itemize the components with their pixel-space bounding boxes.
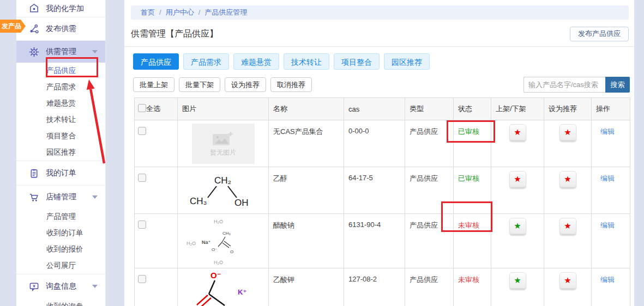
breadcrumb-item[interactable]: 用户中心 [166,8,194,16]
tab-problem-bounty[interactable]: 难题悬赏 [233,53,279,70]
product-name-cell: 乙酸钾 [269,268,344,306]
listing-toggle-button[interactable]: ★ [509,272,526,289]
molecule-ethanol: CH₃ CH₂ OH [188,172,258,207]
sidebar-item-shop-management[interactable]: 店铺管理 [16,186,105,209]
status-badge: 未审核 [458,221,479,229]
listing-cell: ★ [491,167,544,214]
page: { "ribbon": {"label": "发产品"}, "sidebar":… [0,0,644,306]
listing-cell: ★ [491,268,544,306]
cart-icon [28,192,39,203]
table-header-select-all: 全选 [135,98,178,120]
row-checkbox[interactable] [138,127,146,135]
tab-park-recommend[interactable]: 园区推荐 [384,53,430,70]
share-icon [28,23,39,34]
svg-text:O⁻: O⁻ [210,271,221,280]
chevron-down-icon [92,195,98,199]
edit-link[interactable]: 编辑 [600,127,615,136]
gear-icon [28,46,39,57]
search-button[interactable]: 搜索 [605,77,630,93]
recommend-cell: ★ [544,120,592,167]
orders-icon [28,168,39,179]
chevron-down-icon [92,50,98,53]
table-header: 名称 [269,98,344,120]
edit-link[interactable]: 编辑 [600,174,615,182]
table-row: H₂O H₂O H₂O Na⁺ CH₃ O⁻ O醋酸钠6131-90-4产品供应… [135,214,630,268]
svg-text:K⁺: K⁺ [238,288,246,296]
status-badge: 已审核 [458,174,479,182]
sidebar-item-supply-demand-management[interactable]: 供需管理 [16,41,105,63]
sidebar-subitem-received-inquiries[interactable]: 收到的询盘 [16,298,105,306]
table-header: cas [344,98,405,120]
sidebar-subitem-product-management[interactable]: 产品管理 [16,209,105,225]
sidebar-item-inquiry-info[interactable]: ¥询盘信息 [16,274,105,298]
recommend-toggle-button[interactable]: ★ [559,218,576,234]
publish-product-supply-button[interactable]: 发布产品供应 [570,27,629,41]
sidebar-subitem-product-supply[interactable]: 产品供应 [16,63,105,79]
tab-product-demand[interactable]: 产品需求 [183,53,229,70]
row-select-cell [135,167,178,214]
svg-text:CH₃: CH₃ [190,196,207,206]
select-all-checkbox[interactable] [138,104,146,112]
product-image-cell: 暂无图片 [178,120,269,167]
sidebar-subitem-tech-transfer[interactable]: 技术转让 [16,112,105,128]
listing-cell: ★ [491,214,544,268]
listing-toggle-button[interactable]: ★ [509,124,526,140]
product-status-cell: 未审核 [454,214,491,268]
tab-project-integration[interactable]: 项目整合 [334,53,380,70]
svg-text:CH₂: CH₂ [214,175,231,186]
listing-toggle-button[interactable]: ★ [509,171,526,187]
sidebar-subitem-received-quotes[interactable]: 收到的报价 [16,241,105,258]
listing-toggle-button[interactable]: ★ [509,218,526,234]
search-input[interactable] [523,77,605,93]
sidebar-subitem-problem-bounty[interactable]: 难题悬赏 [16,95,105,112]
product-name-cell: 乙醇 [269,167,344,214]
recommend-toggle-button[interactable]: ★ [559,124,576,140]
breadcrumb-separator: / [159,8,161,16]
breadcrumb-separator: / [198,8,201,16]
recommend-toggle-button[interactable]: ★ [559,272,576,289]
chevron-down-icon [92,285,98,288]
svg-text:¥: ¥ [33,284,35,289]
product-name-cell: 无CAS产品集合 [269,120,344,167]
product-cas-cell: 64-17-5 [344,167,405,214]
status-badge: 已审核 [458,127,479,136]
set-recommend-button[interactable]: 设为推荐 [225,77,266,92]
edit-link[interactable]: 编辑 [600,276,615,284]
sidebar-subitem-company-showroom[interactable]: 公司展厅 [16,258,105,274]
table-header: 操作 [592,98,630,120]
recommend-toggle-button[interactable]: ★ [559,171,576,187]
publish-product-ribbon[interactable]: 发产品 [0,20,26,33]
batch-off-shelf-button[interactable]: 批量下架 [179,77,220,92]
row-checkbox[interactable] [138,275,146,283]
recommend-cell: ★ [544,268,592,306]
action-cell: 编辑 [592,120,630,167]
sidebar-item-label: 店铺管理 [46,192,76,202]
row-select-cell [135,214,178,268]
toolbar: 批量上架批量下架设为推荐取消推荐 搜索 [133,77,630,93]
sidebar-subitem-product-demand[interactable]: 产品需求 [16,79,105,95]
product-type-cell: 产品供应 [405,214,454,268]
edit-link[interactable]: 编辑 [600,221,615,229]
table-header: 状态 [454,98,491,120]
sidebar-item-my-huaxuejia[interactable]: 我的化学加 [16,0,105,17]
sidebar-item-my-orders[interactable]: 我的订单 [16,161,105,185]
tab-product-supply[interactable]: 产品供应 [133,53,179,70]
tab-tech-transfer[interactable]: 技术转让 [284,53,329,70]
row-checkbox[interactable] [138,174,146,182]
listing-cell: ★ [491,120,544,167]
row-checkbox[interactable] [138,221,146,229]
product-name-cell: 醋酸钠 [269,214,344,268]
batch-actions: 批量上架批量下架设为推荐取消推荐 [133,77,316,92]
home-icon [28,3,39,14]
product-status-cell: 已审核 [454,167,491,214]
sidebar-item-publish-supply-demand[interactable]: 发布供需 [16,17,105,40]
sidebar-subitem-project-integration[interactable]: 项目整合 [16,128,105,144]
sidebar-subitem-received-orders[interactable]: 收到的订单 [16,225,105,241]
cancel-recommend-button[interactable]: 取消推荐 [270,77,312,92]
sidebar-subitem-park-recommend[interactable]: 园区推荐 [16,144,105,161]
batch-on-shelf-button[interactable]: 批量上架 [133,77,174,92]
product-table: 全选图片名称cas类型状态上架/下架设为推荐操作 暂无图片无CAS产品集合0-0… [134,97,630,306]
product-image-cell: O⁻ O K⁺ [178,268,269,306]
breadcrumb-item[interactable]: 首页 [141,8,155,16]
product-status-cell: 已审核 [454,120,491,167]
